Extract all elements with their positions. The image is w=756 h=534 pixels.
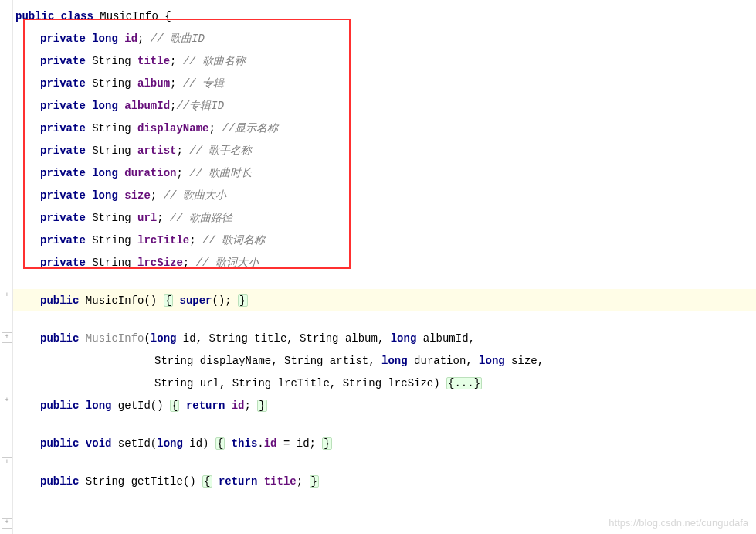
- field-line: private long size; // 歌曲大小: [0, 184, 756, 206]
- class-declaration: public class MusicInfo {: [0, 5, 756, 27]
- method-getid: public long getId() { return id; }: [0, 394, 756, 417]
- constructor-noarg: public MusicInfo() { super(); }: [0, 289, 756, 311]
- field-line: private String artist; // 歌手名称: [0, 139, 756, 162]
- method-gettitle: public String getTitle() { return title;…: [0, 470, 756, 492]
- fold-mark[interactable]: +: [2, 518, 12, 529]
- editor-gutter: + + + + +: [0, 0, 13, 534]
- field-line: private String displayName; //显示名称: [0, 117, 756, 139]
- field-line: private long albumId;//专辑ID: [0, 94, 756, 117]
- constructor-args-l3: String url, String lrcTitle, String lrcS…: [0, 372, 756, 394]
- field-line: private String title; // 歌曲名称: [0, 49, 756, 72]
- constructor-args-l1: public MusicInfo(long id, String title, …: [0, 327, 756, 349]
- constructor-args-l2: String displayName, String artist, long …: [0, 349, 756, 372]
- field-line: private long id; // 歌曲ID: [0, 27, 756, 49]
- field-line: private long duration; // 歌曲时长: [0, 162, 756, 184]
- field-line: private String album; // 专辑: [0, 72, 756, 94]
- fold-mark[interactable]: +: [2, 457, 12, 468]
- fold-mark[interactable]: +: [2, 332, 12, 343]
- field-line: private String url; // 歌曲路径: [0, 206, 756, 229]
- code-editor[interactable]: public class MusicInfo { private long id…: [0, 0, 756, 492]
- field-line: private String lrcSize; // 歌词大小: [0, 251, 756, 274]
- fold-block[interactable]: {...}: [446, 377, 482, 389]
- field-line: private String lrcTitle; // 歌词名称: [0, 229, 756, 251]
- watermark: https://blog.csdn.net/cungudafa: [609, 518, 748, 528]
- fold-mark[interactable]: +: [2, 396, 12, 406]
- method-setid: public void setId(long id) { this.id = i…: [0, 432, 756, 454]
- fold-mark[interactable]: +: [2, 291, 12, 301]
